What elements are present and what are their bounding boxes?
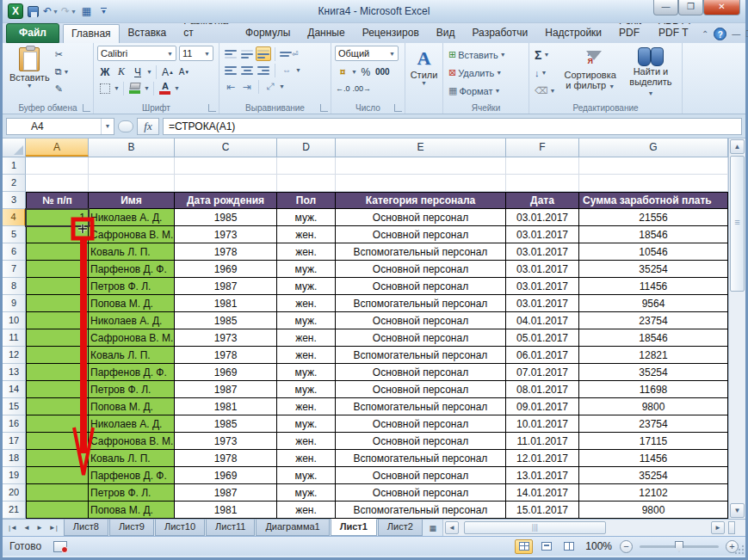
cell-F5[interactable]: 03.01.2017 — [506, 226, 579, 243]
zoom-slider-handle[interactable] — [675, 541, 683, 552]
align-top-button[interactable] — [223, 46, 238, 61]
cell-F18[interactable]: 12.01.2017 — [506, 450, 579, 467]
sheet-tab-лист2[interactable]: Лист2 — [378, 520, 423, 536]
cell-C20[interactable]: 1987 — [175, 484, 277, 502]
borders-button[interactable] — [97, 81, 113, 95]
align-middle-button[interactable] — [239, 46, 255, 61]
formula-input[interactable]: =СТРОКА(A1) — [163, 118, 742, 135]
cell-F15[interactable]: 09.01.2017 — [506, 398, 579, 415]
cell-D19[interactable]: муж. — [277, 467, 336, 484]
cell-C16[interactable]: 1985 — [175, 415, 277, 433]
cell-G1[interactable] — [579, 157, 728, 175]
cell-C19[interactable]: 1969 — [175, 467, 277, 484]
workbook-minimize-icon[interactable]: — — [732, 29, 740, 39]
cell-G3[interactable]: Сумма заработной плать — [579, 192, 728, 209]
ribbon-tab-рецензиров[interactable]: Рецензиров — [354, 23, 428, 43]
comma-format-button[interactable]: 000 — [374, 65, 391, 79]
font-name-select[interactable]: Calibri▼ — [97, 46, 176, 61]
cell-F16[interactable]: 10.01.2017 — [506, 415, 579, 433]
row-header-11[interactable]: 11 — [3, 329, 26, 347]
row-header-14[interactable]: 14 — [3, 381, 26, 398]
cell-E15[interactable]: Вспомогательный персонал — [336, 398, 506, 415]
normal-view-button[interactable] — [515, 539, 533, 554]
cell-B19[interactable]: Парфенов Д. Ф. — [89, 467, 175, 484]
cell-A1[interactable] — [26, 157, 89, 175]
cell-F2[interactable] — [506, 175, 579, 192]
font-color-button[interactable]: А — [158, 81, 173, 95]
cell-C3[interactable]: Дата рождения — [175, 192, 277, 209]
align-bottom-button[interactable] — [256, 46, 271, 61]
font-size-select[interactable]: 11▼ — [179, 46, 213, 61]
redo-button[interactable]: ↷▼ — [61, 4, 77, 19]
cell-G15[interactable]: 9800 — [579, 398, 728, 415]
insert-function-button[interactable]: fx — [137, 118, 159, 135]
shrink-font-button[interactable]: А▼ — [176, 65, 192, 79]
cell-E18[interactable]: Вспомогательный персонал — [336, 450, 506, 467]
row-header-15[interactable]: 15 — [3, 398, 26, 415]
row-header-5[interactable]: 5 — [3, 226, 26, 243]
cell-A4[interactable]: 1 — [26, 209, 89, 226]
cell-G8[interactable]: 11456 — [579, 278, 728, 295]
cell-A5[interactable] — [26, 226, 89, 243]
cell-B12[interactable]: Коваль Л. П. — [89, 347, 175, 364]
cell-F4[interactable]: 03.01.2017 — [506, 209, 579, 226]
row-header-20[interactable]: 20 — [3, 484, 26, 502]
excel-logo-icon[interactable]: X — [8, 3, 23, 19]
quick-print-icon[interactable]: ▦ — [79, 4, 94, 19]
cell-B20[interactable]: Петров Ф. Л. — [89, 484, 175, 502]
cell-B5[interactable]: Сафронова В. М. — [89, 226, 175, 243]
bold-button[interactable]: Ж — [97, 65, 113, 79]
cell-A6[interactable] — [26, 243, 89, 261]
decrease-decimal-button[interactable]: .00→ — [352, 81, 373, 95]
cell-D11[interactable]: жен. — [277, 329, 336, 347]
cell-E19[interactable]: Основной персонал — [336, 467, 506, 484]
cell-G7[interactable]: 35254 — [579, 261, 728, 278]
sheet-tab-лист10[interactable]: Лист10 — [155, 520, 205, 536]
cell-A13[interactable] — [26, 364, 89, 381]
grow-font-button[interactable]: А▲ — [160, 65, 176, 79]
cell-B4[interactable]: Николаев А. Д. — [89, 209, 175, 226]
sheet-tab-лист8[interactable]: Лист8 — [64, 520, 108, 536]
cell-A3[interactable]: № п/п — [26, 192, 89, 209]
increase-decimal-button[interactable]: ←.0 — [335, 81, 351, 95]
row-header-19[interactable]: 19 — [3, 467, 26, 484]
cell-A20[interactable] — [26, 484, 89, 502]
cell-C9[interactable]: 1981 — [175, 295, 277, 312]
tab-split-handle[interactable] — [728, 521, 735, 534]
cell-F8[interactable]: 03.01.2017 — [506, 278, 579, 295]
sheet-tab-лист9[interactable]: Лист9 — [109, 520, 154, 536]
cell-F9[interactable]: 03.01.2017 — [506, 295, 579, 312]
number-dialog-launcher[interactable] — [394, 104, 402, 112]
cell-E9[interactable]: Вспомогательный персонал — [336, 295, 506, 312]
cell-B2[interactable] — [89, 175, 175, 192]
ribbon-tab-главная[interactable]: Главная — [63, 24, 120, 43]
cell-F13[interactable]: 07.01.2017 — [506, 364, 579, 381]
cell-A18[interactable] — [26, 450, 89, 467]
ribbon-tab-надстройки[interactable]: Надстройки — [536, 23, 610, 43]
increase-indent-button[interactable]: ⇥ — [239, 79, 255, 94]
undo-button[interactable]: ↶▼ — [43, 4, 59, 19]
cell-C21[interactable]: 1981 — [175, 502, 277, 519]
cell-G19[interactable]: 35254 — [579, 467, 728, 484]
cell-D9[interactable]: жен. — [277, 295, 336, 312]
cell-A17[interactable] — [26, 433, 89, 450]
cell-F20[interactable]: 14.01.2017 — [506, 484, 579, 502]
sheet-tab-лист1[interactable]: Лист1 — [331, 519, 377, 536]
cell-E13[interactable]: Основной персонал — [336, 364, 506, 381]
cell-B6[interactable]: Коваль Л. П. — [89, 243, 175, 261]
cell-E17[interactable]: Основной персонал — [336, 433, 506, 450]
row-header-7[interactable]: 7 — [3, 261, 26, 278]
cell-B18[interactable]: Коваль Л. П. — [89, 450, 175, 467]
cell-E3[interactable]: Категория персонала — [336, 192, 506, 209]
cell-G16[interactable]: 23754 — [579, 415, 728, 433]
cell-E11[interactable]: Основной персонал — [336, 329, 506, 347]
row-header-21[interactable]: 21 — [3, 502, 26, 519]
cell-E20[interactable]: Основной персонал — [336, 484, 506, 502]
cell-G12[interactable]: 12821 — [579, 347, 728, 364]
cell-F19[interactable]: 13.01.2017 — [506, 467, 579, 484]
cell-F14[interactable]: 08.01.2017 — [506, 381, 579, 398]
cell-E16[interactable]: Основной персонал — [336, 415, 506, 433]
cell-C6[interactable]: 1978 — [175, 243, 277, 261]
cell-G17[interactable]: 17115 — [579, 433, 728, 450]
macro-record-icon[interactable] — [53, 541, 67, 552]
